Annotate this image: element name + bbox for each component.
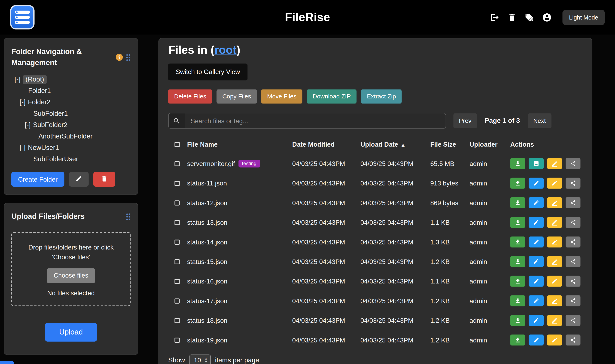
delete-files-button[interactable]: Delete Files	[168, 90, 212, 104]
share-button[interactable]	[566, 335, 580, 346]
download-zip-button[interactable]: Download ZIP	[307, 90, 357, 104]
rename-button[interactable]	[547, 197, 562, 208]
drag-handle-icon[interactable]	[126, 53, 131, 61]
share-button[interactable]	[566, 178, 580, 189]
column-header-file-name[interactable]: File Name	[187, 141, 218, 148]
rename-button[interactable]	[547, 335, 562, 346]
tree-collapse-toggle[interactable]: [-]	[14, 76, 20, 83]
tree-label[interactable]: SubFolderUser	[33, 155, 78, 163]
file-name[interactable]: status-19.json	[187, 336, 227, 344]
delete-folder-button[interactable]	[93, 172, 115, 187]
row-checkbox[interactable]	[174, 298, 179, 303]
download-button[interactable]	[510, 256, 525, 267]
move-files-button[interactable]: Move Files	[261, 90, 302, 104]
light-mode-button[interactable]: Light Mode	[562, 10, 605, 25]
column-header-uploader[interactable]: Uploader	[470, 141, 498, 148]
row-checkbox[interactable]	[174, 220, 179, 225]
edit-button[interactable]	[529, 178, 544, 189]
row-checkbox[interactable]	[174, 318, 179, 323]
switch-gallery-button[interactable]: Switch to Gallery View	[168, 64, 247, 80]
tree-item-newuser1[interactable]: [-]NewUser1	[11, 142, 131, 153]
rename-button[interactable]	[547, 158, 562, 169]
tree-collapse-toggle[interactable]: [-]	[20, 98, 26, 106]
items-per-page-select[interactable]: 10 ▲▼	[189, 354, 211, 364]
tree-item-folder2[interactable]: [-]Folder2	[11, 96, 131, 108]
row-checkbox[interactable]	[174, 239, 179, 245]
row-checkbox[interactable]	[174, 259, 179, 264]
row-checkbox[interactable]	[174, 161, 179, 166]
tree-label[interactable]: AnotherSubFolder	[39, 132, 92, 140]
tree-label[interactable]: Folder1	[28, 87, 51, 95]
row-checkbox[interactable]	[174, 181, 179, 186]
rename-button[interactable]	[547, 276, 562, 287]
tree-label[interactable]: Folder2	[28, 98, 51, 106]
column-header-file-size[interactable]: File Size	[430, 141, 456, 148]
file-name[interactable]: status-16.json	[187, 277, 227, 285]
file-name[interactable]: status-17.json	[187, 297, 227, 305]
share-button[interactable]	[566, 256, 580, 267]
download-button[interactable]	[510, 178, 525, 189]
app-logo-icon[interactable]	[10, 5, 35, 29]
file-name[interactable]: status-18.json	[187, 317, 227, 324]
root-link[interactable]: root	[214, 43, 236, 56]
share-button[interactable]	[566, 236, 580, 247]
share-button[interactable]	[566, 315, 580, 326]
copy-files-button[interactable]: Copy Files	[216, 90, 257, 104]
row-checkbox[interactable]	[174, 338, 179, 343]
tree-item-subfolderuser[interactable]: SubFolderUser	[11, 153, 131, 165]
info-icon[interactable]: i	[116, 54, 123, 61]
download-button[interactable]	[510, 197, 525, 208]
tree-label[interactable]: (Root)	[23, 75, 47, 84]
download-button[interactable]	[510, 276, 525, 287]
file-name[interactable]: status-11.json	[187, 179, 227, 187]
edit-button[interactable]	[529, 315, 544, 326]
column-header-upload-date[interactable]: Upload Date	[360, 141, 398, 148]
preview-button[interactable]	[529, 158, 544, 169]
rename-button[interactable]	[547, 178, 562, 189]
edit-button[interactable]	[529, 295, 544, 306]
tree-label[interactable]: NewUser1	[28, 144, 59, 152]
tree-item-folder1[interactable]: Folder1	[11, 85, 131, 96]
rename-button[interactable]	[547, 295, 562, 306]
file-name[interactable]: status-14.json	[187, 238, 227, 246]
trash-icon[interactable]	[507, 13, 516, 22]
account-icon[interactable]	[542, 13, 552, 22]
column-header-actions[interactable]: Actions	[510, 141, 534, 148]
file-name[interactable]: status-15.json	[187, 258, 227, 265]
download-button[interactable]	[510, 295, 525, 306]
tree-label[interactable]: SubFolder1	[33, 110, 68, 117]
share-button[interactable]	[566, 276, 580, 287]
tree-item-anothersubfolder[interactable]: AnotherSubFolder	[11, 130, 131, 142]
create-folder-button[interactable]: Create Folder	[11, 172, 64, 187]
choose-files-button[interactable]: Choose files	[47, 268, 95, 283]
download-button[interactable]	[510, 217, 525, 228]
prev-page-button[interactable]: Prev	[453, 113, 477, 128]
dropzone[interactable]: Drop files/folders here or click 'Choose…	[11, 232, 131, 306]
tree-item-subfolder2[interactable]: [-]SubFolder2	[11, 119, 131, 130]
edit-button[interactable]	[529, 236, 544, 247]
logout-icon[interactable]	[490, 13, 499, 22]
file-name[interactable]: servermonitor.gif	[187, 160, 235, 167]
rename-button[interactable]	[547, 217, 562, 228]
select-all-checkbox[interactable]	[174, 142, 179, 147]
rename-button[interactable]	[547, 236, 562, 247]
next-page-button[interactable]: Next	[528, 113, 551, 128]
tag-icon[interactable]	[525, 13, 534, 22]
rename-button[interactable]	[547, 315, 562, 326]
download-button[interactable]	[510, 158, 525, 169]
edit-button[interactable]	[529, 256, 544, 267]
tree-item-subfolder1[interactable]: SubFolder1	[11, 108, 131, 119]
share-button[interactable]	[566, 217, 580, 228]
download-button[interactable]	[510, 236, 525, 247]
edit-button[interactable]	[529, 335, 544, 346]
rename-folder-button[interactable]	[69, 172, 89, 187]
tree-item-root[interactable]: [-](Root)	[11, 74, 131, 85]
search-input[interactable]	[185, 113, 445, 128]
share-button[interactable]	[566, 197, 580, 208]
download-button[interactable]	[510, 315, 525, 326]
tree-collapse-toggle[interactable]: [-]	[20, 144, 26, 152]
share-button[interactable]	[566, 295, 580, 306]
row-checkbox[interactable]	[174, 200, 179, 205]
share-button[interactable]	[566, 158, 580, 169]
tree-label[interactable]: SubFolder2	[33, 121, 67, 129]
